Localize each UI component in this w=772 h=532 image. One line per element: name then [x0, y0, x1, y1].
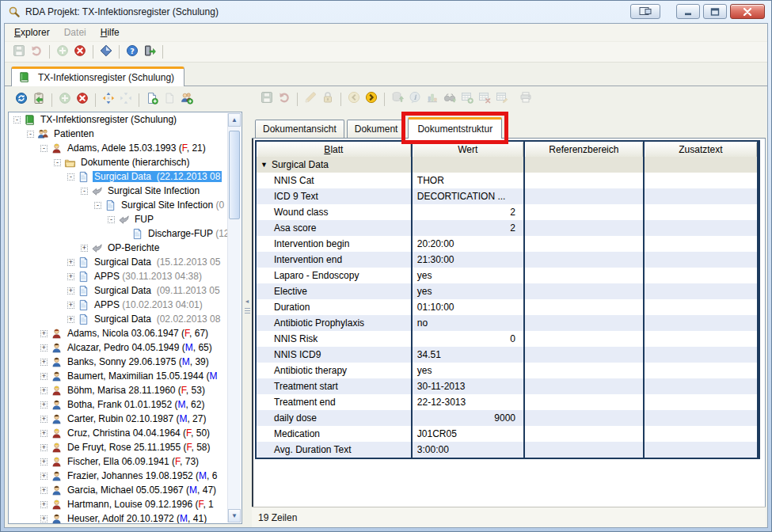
tree-item[interactable]: +Heuser, Adolf 20.10.1972 (M, 41): [9, 511, 241, 524]
expander-plus-icon[interactable]: +: [67, 273, 74, 280]
print-button[interactable]: [517, 90, 534, 108]
tree-item[interactable]: +Fischer, Ella 06.09.1941 (F, 73): [9, 454, 241, 469]
minimize-button[interactable]: [676, 4, 700, 19]
edit-button[interactable]: [302, 90, 319, 108]
chart-button[interactable]: [424, 90, 441, 108]
table-row[interactable]: Antibiotic therapyyes: [257, 363, 759, 378]
tree-item[interactable]: +Surgical Data (02.02.2013 08: [9, 312, 241, 326]
help-button[interactable]: ?: [124, 44, 141, 61]
refresh-button[interactable]: [13, 91, 30, 108]
column-header-blatt[interactable]: Blatt: [257, 142, 413, 157]
table-delete-button[interactable]: [476, 90, 493, 108]
tree-item[interactable]: +Surgical Data (09.11.2013 05: [9, 283, 241, 298]
scrollbar-thumb[interactable]: [229, 131, 240, 219]
table-row[interactable]: Treatment start30-11-2013: [257, 378, 759, 394]
tree-item[interactable]: +Surgical Data (15.12.2013 05: [9, 255, 241, 269]
tree-item[interactable]: +Carter, Rubin 02.10.1987 (M, 27): [9, 412, 241, 426]
menu-item-hilfe[interactable]: Hilfe: [93, 25, 127, 40]
expander-plus-icon[interactable]: +: [40, 401, 48, 408]
exit-button[interactable]: [141, 44, 158, 61]
tree-item[interactable]: -Surgical Site Infection (0: [9, 198, 241, 212]
panel-splitter[interactable]: ◄: [242, 88, 252, 524]
expander-plus-icon[interactable]: +: [40, 330, 48, 337]
expander-plus-icon[interactable]: +: [40, 473, 48, 480]
delete-button[interactable]: [74, 91, 91, 108]
expander-plus-icon[interactable]: +: [67, 259, 74, 266]
expander-plus-icon[interactable]: +: [40, 344, 48, 352]
forward-button[interactable]: [363, 90, 380, 108]
table-row[interactable]: Duration01:10:00: [257, 299, 759, 315]
expand-all-button[interactable]: [100, 91, 117, 108]
table-row[interactable]: Electiveyes: [257, 283, 759, 299]
new-document-button[interactable]: [143, 91, 161, 108]
tree-item[interactable]: +APPS (10.02.2013 04:01): [9, 298, 241, 312]
expander-plus-icon[interactable]: +: [40, 444, 48, 451]
tree-item[interactable]: -FUP: [9, 212, 241, 226]
tree-scrollbar[interactable]: ▲ ▼: [227, 113, 241, 522]
tree-item[interactable]: +Garcia, Michael 05.05.1967 (M, 47): [9, 483, 241, 497]
expander-plus-icon[interactable]: +: [81, 245, 88, 252]
table-row[interactable]: Intervention end21:30:00: [257, 252, 759, 268]
tab-dokument[interactable]: Dokument: [347, 120, 406, 138]
tab-dokumentstruktur[interactable]: Dokumentstruktur: [408, 117, 502, 139]
expander-minus-icon[interactable]: -: [40, 145, 48, 152]
expander-plus-icon[interactable]: +: [40, 416, 48, 423]
table-row[interactable]: NNIS Risk0: [257, 331, 759, 347]
add-button[interactable]: [56, 91, 74, 108]
dock-button[interactable]: [630, 4, 660, 19]
expander-minus-icon[interactable]: -: [67, 173, 74, 180]
table-row[interactable]: Avg. Duration Text3:00:00: [257, 442, 759, 458]
expander-plus-icon[interactable]: +: [40, 487, 48, 494]
expander-minus-icon[interactable]: -: [13, 116, 21, 124]
tree-item[interactable]: +APPS (30.11.2013 04:38): [9, 269, 241, 283]
tree-item[interactable]: +Adams, Nicola 03.06.1947 (F, 67): [9, 326, 241, 340]
table-row[interactable]: ▼Surgical Data: [257, 157, 759, 173]
table-row[interactable]: ICD 9 TextDECORTICATION ...: [257, 188, 759, 204]
expander-minus-icon[interactable]: -: [27, 131, 34, 138]
undo-button[interactable]: [276, 90, 293, 108]
tree-item[interactable]: +De Fruyt, Rose 25.11.1955 (F, 58): [9, 440, 241, 454]
titlebar[interactable]: RDA Projekt: TX-Infektionsregister (Schu…: [1, 1, 771, 23]
scroll-up-button[interactable]: ▲: [228, 113, 241, 127]
expander-plus-icon[interactable]: +: [67, 302, 74, 309]
expander-minus-icon[interactable]: -: [54, 159, 61, 166]
expander-plus-icon[interactable]: +: [40, 373, 48, 380]
tree-item[interactable]: -TX-Infektionsregister (Schulung): [9, 112, 241, 127]
tree-item[interactable]: -Dokumente (hierarchisch): [9, 155, 241, 169]
expander-minus-icon[interactable]: -: [108, 216, 115, 223]
column-header-wert[interactable]: Wert: [413, 142, 525, 157]
tree-item[interactable]: +Hartmann, Louise 09.12.1996 (F, 1: [9, 497, 241, 511]
add-button[interactable]: [54, 44, 71, 61]
expander-plus-icon[interactable]: +: [67, 316, 74, 323]
tree-item[interactable]: -Adams, Adele 15.03.1993 (F, 21): [9, 141, 241, 155]
expander-plus-icon[interactable]: +: [40, 458, 48, 466]
tree-item[interactable]: Discharge-FUP (12: [9, 226, 241, 241]
tree-item[interactable]: +Alcazar, Pedro 04.05.1949 (M, 65): [9, 340, 241, 355]
table-row[interactable]: NNIS ICD934.51: [257, 347, 759, 363]
export-db-button[interactable]: [389, 90, 406, 108]
delete-button[interactable]: [71, 44, 89, 61]
back-button[interactable]: [345, 90, 363, 108]
tree-item[interactable]: +Frazier, Johannes 19.08.1952 (M, 6: [9, 469, 241, 483]
tree-item[interactable]: +Böhm, Marisa 28.11.1960 (F, 53): [9, 383, 241, 397]
tree-item[interactable]: -Patienten: [9, 127, 241, 141]
column-header-referenzbereich[interactable]: Referenzbereich: [525, 142, 645, 157]
table-edit-button[interactable]: [493, 90, 511, 108]
table-row[interactable]: NNIS CatTHOR: [257, 173, 759, 188]
tab-tx-infektionsregister[interactable]: TX-Infektionsregister (Schulung): [11, 66, 184, 86]
maximize-button[interactable]: [703, 4, 727, 19]
tree-item[interactable]: +Cruz, Christina 04.04.1964 (F, 50): [9, 426, 241, 440]
collapse-all-button[interactable]: [117, 91, 135, 108]
search-button[interactable]: [441, 90, 458, 108]
expander-plus-icon[interactable]: +: [40, 387, 48, 394]
save-button[interactable]: [10, 44, 28, 61]
expander-minus-icon[interactable]: -: [94, 202, 101, 209]
tree-item[interactable]: +Botha, Frank 01.01.1952 (M, 62): [9, 397, 241, 412]
save-button[interactable]: [258, 90, 276, 108]
collapse-triangle-icon[interactable]: ▼: [261, 161, 268, 169]
table-row[interactable]: Laparo - Endoscopyyes: [257, 268, 759, 283]
tree-item[interactable]: -Surgical Data (22.12.2013 08: [9, 169, 241, 184]
tree-item[interactable]: +Banks, Sonny 29.06.1975 (M, 39): [9, 355, 241, 369]
table-row[interactable]: Asa score2: [257, 220, 759, 236]
copy-document-button[interactable]: [161, 91, 178, 108]
